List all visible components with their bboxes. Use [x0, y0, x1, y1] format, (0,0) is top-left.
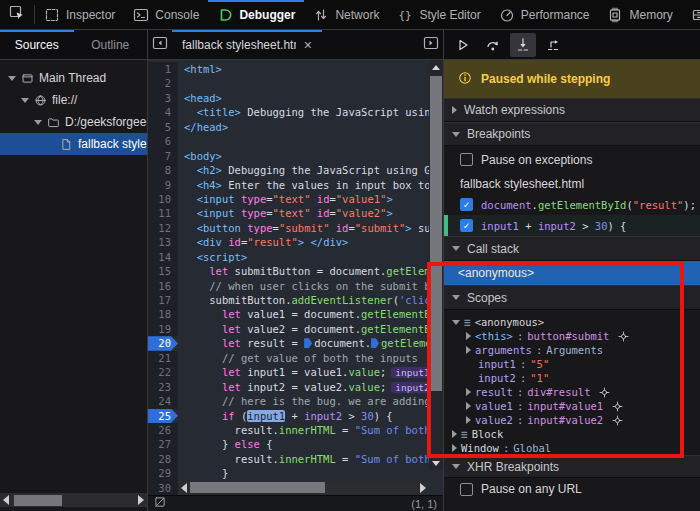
- line-number-gutter[interactable]: 1: [148, 62, 178, 76]
- line-number-gutter[interactable]: 29: [148, 466, 178, 480]
- scroll-left-icon[interactable]: [0, 495, 12, 505]
- line-number-gutter[interactable]: 27: [148, 437, 178, 451]
- tab-network[interactable]: Network: [304, 0, 388, 29]
- scrollbar-thumb[interactable]: [430, 76, 442, 391]
- section-breakpoints[interactable]: Breakpoints: [444, 122, 700, 146]
- tree-item-fallback-style[interactable]: fallback style: [0, 133, 147, 155]
- line-number-gutter[interactable]: 26: [148, 423, 178, 437]
- tree-item-d-geeksforgeek[interactable]: D:/geeksforgeek: [0, 111, 147, 133]
- code-line-content[interactable]: submitButton.addEventListener('click: [178, 293, 429, 307]
- code-line-content[interactable]: <input type="text" id="value1">: [178, 192, 429, 206]
- expand-arrow-icon[interactable]: [452, 320, 460, 325]
- line-number-gutter[interactable]: 15: [148, 264, 178, 278]
- code-line-content[interactable]: // here is the bug. we are adding: [178, 394, 429, 408]
- code-line-content[interactable]: } else {: [178, 437, 429, 451]
- pretty-print-button[interactable]: [154, 496, 166, 511]
- file-tab[interactable]: fallback stylesheet.html: [172, 30, 322, 59]
- breakpoint-item[interactable]: document.getElementById("result");: [444, 194, 700, 215]
- line-number-gutter[interactable]: 17: [148, 293, 178, 307]
- line-number-gutter[interactable]: 5: [148, 120, 178, 134]
- code-line-content[interactable]: let input2 = value2.value;input2:: [178, 380, 429, 394]
- tree-item-file[interactable]: file://: [0, 89, 147, 111]
- tab-debugger[interactable]: Debugger: [208, 0, 304, 29]
- line-number-gutter[interactable]: 22: [148, 365, 178, 379]
- expand-arrow-icon[interactable]: [466, 388, 471, 396]
- scope-row-window[interactable]: Window: Global: [444, 441, 700, 455]
- call-stack-frame-anonymous[interactable]: <anonymous>: [444, 261, 700, 285]
- tab-performance[interactable]: Performance: [490, 0, 599, 29]
- pause-on-any-url-checkbox[interactable]: [460, 483, 473, 496]
- breakpoint-gutter-marker[interactable]: 25: [148, 409, 178, 423]
- line-number-gutter[interactable]: 4: [148, 105, 178, 119]
- code-line-content[interactable]: let input1 = value1.value;input1:: [178, 365, 429, 379]
- expand-arrow-icon[interactable]: [452, 444, 457, 452]
- section-scopes[interactable]: Scopes: [444, 285, 700, 310]
- line-number-gutter[interactable]: 8: [148, 163, 178, 177]
- line-number-gutter[interactable]: 2: [148, 76, 178, 90]
- line-number-gutter[interactable]: 11: [148, 206, 178, 220]
- tab-outline[interactable]: Outline: [74, 30, 148, 59]
- tab-memory[interactable]: Memory: [598, 0, 681, 29]
- line-number-gutter[interactable]: 14: [148, 250, 178, 264]
- line-number-gutter[interactable]: 6: [148, 134, 178, 148]
- section-watch-expressions[interactable]: Watch expressions: [444, 98, 700, 122]
- code-line-content[interactable]: <head>: [178, 91, 429, 105]
- line-number-gutter[interactable]: 24: [148, 394, 178, 408]
- line-number-gutter[interactable]: 12: [148, 221, 178, 235]
- collapse-sources-panel-button[interactable]: [148, 30, 172, 59]
- editor-horizontal-scrollbar[interactable]: [178, 481, 429, 495]
- scroll-left-icon[interactable]: [178, 483, 190, 493]
- section-call-stack[interactable]: Call stack: [444, 236, 700, 261]
- line-number-gutter[interactable]: 30: [148, 481, 178, 495]
- code-line-content[interactable]: let value1 = document.getElementBy: [178, 307, 429, 321]
- code-line-content[interactable]: <body>: [178, 149, 429, 163]
- scope-row-result[interactable]: result: div#result: [444, 385, 700, 399]
- tab-sources[interactable]: Sources: [0, 30, 74, 59]
- scroll-up-icon[interactable]: [429, 60, 443, 74]
- section-xhr-breakpoints[interactable]: XHR Breakpoints: [444, 455, 700, 478]
- code-line-content[interactable]: <h4> Enter the values in input box to c: [178, 178, 429, 192]
- breakpoint-gutter-marker[interactable]: 20: [148, 336, 178, 350]
- line-number-gutter[interactable]: 19: [148, 322, 178, 336]
- expand-arrow-icon[interactable]: [466, 402, 471, 410]
- scroll-down-icon[interactable]: [429, 456, 443, 470]
- code-line-content[interactable]: <button type="submit" id="submit"> subm: [178, 221, 429, 235]
- breakpoint-checkbox[interactable]: [460, 198, 473, 211]
- expand-arrow-icon[interactable]: [452, 430, 457, 438]
- expand-panel-button[interactable]: [419, 30, 443, 59]
- scope-row-arguments[interactable]: arguments: Arguments: [444, 343, 700, 357]
- scroll-right-icon[interactable]: [417, 483, 429, 493]
- expand-arrow-icon[interactable]: [466, 332, 471, 340]
- code-line-content[interactable]: result.innerHTML = "Sum of both: [178, 452, 429, 466]
- code-line-content[interactable]: <html>: [178, 62, 429, 76]
- expand-arrow-icon[interactable]: [466, 416, 471, 424]
- scope-row-input2[interactable]: input2: "1": [444, 371, 700, 385]
- scope-row-input1[interactable]: input1: "5": [444, 357, 700, 371]
- line-number-gutter[interactable]: 23: [148, 380, 178, 394]
- close-icon[interactable]: [304, 38, 312, 52]
- pause-on-exceptions-checkbox[interactable]: [460, 153, 473, 166]
- line-number-gutter[interactable]: 10: [148, 192, 178, 206]
- line-number-gutter[interactable]: 9: [148, 178, 178, 192]
- scope-row-value2[interactable]: value2: input#value2: [444, 413, 700, 427]
- code-line-content[interactable]: [178, 76, 429, 90]
- code-line-content[interactable]: let submitButton = document.getEleme: [178, 264, 429, 278]
- line-number-gutter[interactable]: 28: [148, 452, 178, 466]
- line-number-gutter[interactable]: 18: [148, 307, 178, 321]
- code-line-content[interactable]: <script>: [178, 250, 429, 264]
- code-line-content[interactable]: <title> Debugging the JavaScript using: [178, 105, 429, 119]
- tree-item-main-thread[interactable]: Main Thread: [0, 67, 147, 89]
- scrollbar-thumb[interactable]: [190, 482, 325, 493]
- editor-vertical-scrollbar[interactable]: [429, 60, 443, 470]
- code-line-content[interactable]: }: [178, 466, 429, 480]
- expand-arrow-icon[interactable]: [466, 346, 471, 354]
- step-out-button[interactable]: [540, 33, 566, 57]
- scope-row-block[interactable]: Block: [444, 427, 700, 441]
- breakpoint-item[interactable]: input1 + input2 > 30) {: [444, 215, 700, 236]
- pause-on-any-url-row[interactable]: Pause on any URL: [444, 478, 700, 500]
- code-line-content[interactable]: let value2 = document.getElementBy: [178, 322, 429, 336]
- scope-row-value1[interactable]: value1: input#value1: [444, 399, 700, 413]
- pause-on-exceptions-row[interactable]: Pause on exceptions: [444, 146, 700, 173]
- step-over-button[interactable]: [480, 33, 506, 57]
- code-line-content[interactable]: // get value of both the inputs: [178, 351, 429, 365]
